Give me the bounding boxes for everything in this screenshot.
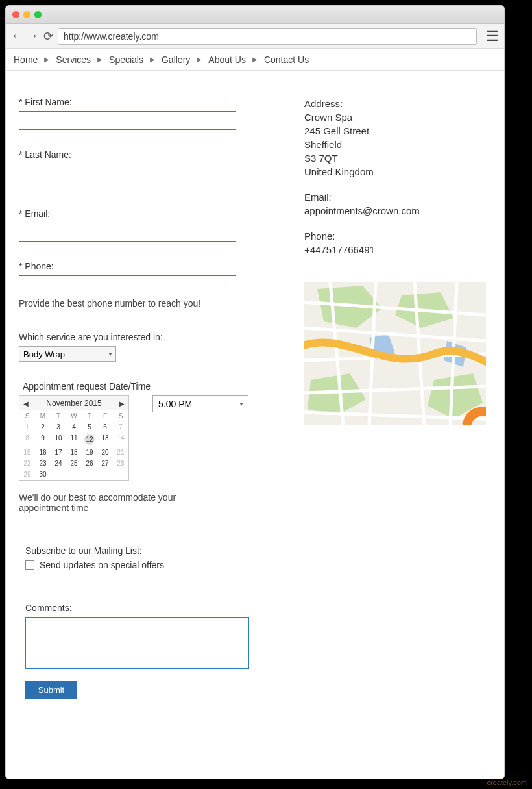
- contact-form: * First Name: * Last Name: * Email: * Ph…: [19, 97, 252, 710]
- calendar-day[interactable]: 10: [51, 432, 66, 447]
- phone-input[interactable]: [19, 275, 236, 294]
- back-button[interactable]: ←: [11, 29, 23, 43]
- info-column: Address: Crown Spa245 Gell StreetSheffie…: [304, 97, 491, 710]
- calendar-day[interactable]: 30: [35, 469, 51, 480]
- submit-button[interactable]: Submit: [25, 681, 77, 699]
- mailing-label: Subscribe to our Mailing List:: [25, 545, 252, 556]
- chevron-right-icon: ▶: [252, 56, 258, 63]
- calendar-day[interactable]: 7: [113, 421, 128, 432]
- first-name-label: * First Name:: [19, 97, 252, 107]
- phone-label: * Phone:: [19, 261, 252, 271]
- calendar-dow: W: [66, 410, 82, 421]
- calendar-day: [66, 469, 82, 480]
- calendar-dow: S: [19, 410, 35, 421]
- chevron-down-icon: ▾: [109, 351, 112, 357]
- address-line: Sheffield: [304, 138, 491, 151]
- service-selected: Body Wrap: [23, 349, 65, 359]
- calendar-day[interactable]: 4: [66, 421, 82, 432]
- calendar-day[interactable]: 29: [19, 469, 35, 480]
- address-line: S3 7QT: [304, 151, 491, 165]
- service-label: Which service are you interested in:: [19, 332, 252, 342]
- forward-button[interactable]: →: [27, 29, 38, 43]
- window-titlebar: [6, 6, 504, 24]
- mailing-checkbox[interactable]: [25, 560, 34, 570]
- calendar-day[interactable]: 12: [82, 432, 97, 447]
- address-line: United Kingdom: [304, 165, 491, 179]
- calendar[interactable]: ◀ November 2015 ▶ SMTWTFS123456789101112…: [19, 395, 129, 481]
- calendar-day: [113, 469, 128, 480]
- calendar-prev-icon[interactable]: ◀: [23, 400, 29, 407]
- menu-icon[interactable]: ☰: [486, 28, 499, 45]
- calendar-day[interactable]: 14: [113, 432, 128, 447]
- calendar-day[interactable]: 28: [113, 458, 128, 469]
- email-label: Email:: [304, 190, 491, 204]
- appointment-label: Appointment request Date/Time: [23, 381, 252, 392]
- nav-gallery[interactable]: Gallery: [162, 55, 190, 65]
- first-name-input[interactable]: [19, 111, 236, 130]
- nav-services[interactable]: Services: [56, 55, 91, 65]
- comments-label: Comments:: [25, 603, 252, 613]
- window-maximize-icon[interactable]: [34, 11, 42, 18]
- last-name-label: * Last Name:: [19, 149, 252, 160]
- calendar-day[interactable]: 27: [97, 458, 113, 469]
- time-select[interactable]: 5.00 PM ▾: [152, 395, 248, 412]
- email-input[interactable]: [19, 223, 236, 242]
- calendar-day[interactable]: 2: [35, 421, 51, 432]
- chevron-right-icon: ▶: [197, 56, 202, 63]
- nav-contact-us[interactable]: Contact Us: [264, 55, 309, 65]
- calendar-day[interactable]: 6: [97, 421, 113, 432]
- phone-hint: Provide the best phone number to reach y…: [19, 298, 252, 308]
- address-line: 245 Gell Street: [304, 124, 491, 138]
- time-selected: 5.00 PM: [158, 399, 192, 409]
- calendar-day[interactable]: 21: [113, 447, 128, 458]
- last-name-input[interactable]: [19, 164, 236, 182]
- calendar-day[interactable]: 20: [97, 447, 113, 458]
- calendar-day: [51, 469, 66, 480]
- phone-info-value: +447517766491: [304, 243, 491, 257]
- calendar-day[interactable]: 26: [82, 458, 97, 469]
- email-label: * Email:: [19, 208, 252, 219]
- calendar-day[interactable]: 1: [19, 421, 35, 432]
- calendar-day: [82, 469, 97, 480]
- address-line: Crown Spa: [304, 110, 491, 124]
- chevron-right-icon: ▶: [97, 56, 103, 63]
- window-minimize-icon[interactable]: [23, 11, 30, 18]
- calendar-day[interactable]: 17: [51, 447, 66, 458]
- reload-button[interactable]: ⟳: [42, 29, 54, 44]
- calendar-day[interactable]: 5: [82, 421, 97, 432]
- breadcrumb: Home▶Services▶Specials▶Gallery▶About Us▶…: [6, 49, 504, 71]
- service-select[interactable]: Body Wrap ▾: [19, 346, 116, 362]
- calendar-day[interactable]: 3: [51, 421, 66, 432]
- calendar-day[interactable]: 25: [66, 458, 82, 469]
- calendar-dow: M: [35, 410, 51, 421]
- calendar-day[interactable]: 15: [19, 447, 35, 458]
- calendar-day[interactable]: 18: [66, 447, 82, 458]
- calendar-day[interactable]: 16: [35, 447, 51, 458]
- calendar-title: November 2015: [46, 399, 101, 408]
- chevron-right-icon: ▶: [150, 56, 155, 63]
- calendar-day[interactable]: 24: [51, 458, 66, 469]
- appointment-hint: We'll do our best to accommodate your ap…: [19, 492, 213, 513]
- comments-input[interactable]: [25, 617, 249, 669]
- calendar-dow: F: [97, 410, 113, 421]
- window-close-icon[interactable]: [12, 11, 19, 18]
- calendar-day[interactable]: 22: [19, 458, 35, 469]
- calendar-day[interactable]: 13: [97, 432, 113, 447]
- calendar-day[interactable]: 9: [35, 432, 51, 447]
- calendar-day[interactable]: 11: [66, 432, 82, 447]
- mailing-option: Send updates on special offers: [40, 560, 164, 570]
- calendar-dow: T: [82, 410, 97, 421]
- email-value: appointments@crown.com: [304, 204, 491, 218]
- calendar-day[interactable]: 19: [82, 447, 97, 458]
- url-input[interactable]: http://www.creately.com: [58, 28, 477, 45]
- nav-specials[interactable]: Specials: [109, 55, 143, 65]
- nav-about-us[interactable]: About Us: [208, 55, 246, 65]
- calendar-day[interactable]: 8: [19, 432, 35, 447]
- calendar-next-icon[interactable]: ▶: [119, 400, 125, 407]
- watermark: creately.com: [487, 779, 527, 786]
- chevron-down-icon: ▾: [240, 401, 243, 407]
- map[interactable]: [304, 282, 486, 425]
- nav-home[interactable]: Home: [14, 55, 38, 65]
- calendar-day[interactable]: 23: [35, 458, 51, 469]
- calendar-dow: T: [51, 410, 66, 421]
